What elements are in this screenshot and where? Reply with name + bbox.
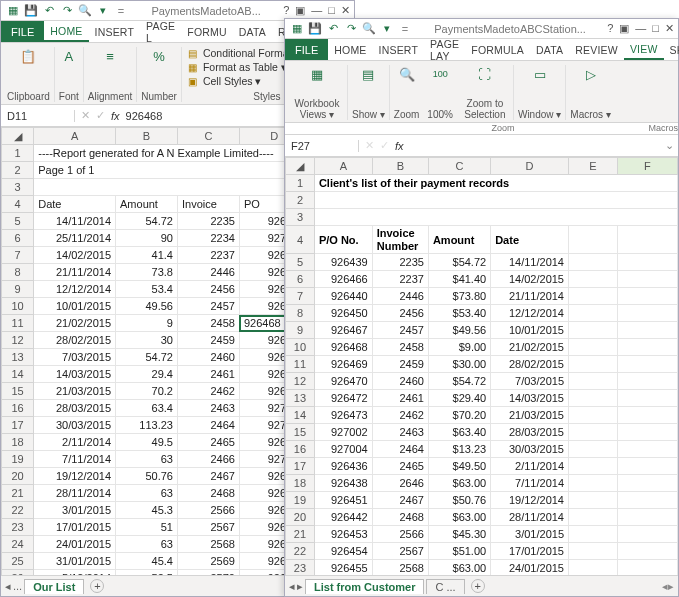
cell-po[interactable]: 926450 (314, 305, 372, 322)
views-icon[interactable]: ▦ (308, 65, 326, 83)
cell-amt[interactable]: $50.76 (428, 492, 490, 509)
col-B[interactable]: B (116, 128, 178, 145)
row-header[interactable]: 16 (2, 400, 34, 417)
cell-amount[interactable]: 63 (116, 485, 178, 502)
cell-amount[interactable]: 113.23 (116, 417, 178, 434)
cell-amt[interactable]: $45.30 (428, 526, 490, 543)
qat-more-icon[interactable]: ▾ (95, 3, 111, 19)
cell-amount[interactable]: 30 (116, 332, 178, 349)
sheet-tab-c[interactable]: C ... (426, 579, 464, 594)
row-header[interactable]: 19 (286, 492, 315, 509)
row-header[interactable]: 21 (286, 526, 315, 543)
row-header[interactable]: 7 (286, 288, 315, 305)
cell-amount[interactable]: 63 (116, 451, 178, 468)
row-header[interactable]: 8 (2, 264, 34, 281)
sheet-nav-more[interactable]: ... (13, 580, 22, 592)
hdr-amount[interactable]: Amount (428, 226, 490, 254)
hdr-po[interactable]: P/O No. (314, 226, 372, 254)
hdr-date[interactable]: Date (34, 196, 116, 213)
paste-icon[interactable]: 📋 (19, 47, 37, 65)
cell-invoice[interactable]: 2462 (177, 383, 239, 400)
row-header[interactable]: 15 (2, 383, 34, 400)
fx-icon[interactable]: fx (395, 140, 404, 152)
tab-home[interactable]: HOME (44, 21, 88, 42)
cell-amt[interactable]: $30.00 (428, 356, 490, 373)
cell-date[interactable]: 3/01/2015 (491, 526, 569, 543)
cell-amount[interactable]: 41.4 (116, 247, 178, 264)
cell-amount[interactable]: 63 (116, 536, 178, 553)
cell-amt[interactable]: $54.72 (428, 373, 490, 390)
cell-amount[interactable]: 29.4 (116, 366, 178, 383)
save-icon[interactable]: 💾 (307, 21, 323, 37)
cell-date[interactable]: 21/02/2015 (491, 339, 569, 356)
zoom-button[interactable]: 🔍 Zoom (390, 65, 424, 120)
zoom-selection-button[interactable]: ⛶ Zoom to Selection (457, 65, 514, 120)
cell-inv[interactable]: 2568 (372, 560, 428, 576)
cell-inv[interactable]: 2237 (372, 271, 428, 288)
hdr-invoice[interactable]: Invoice (177, 196, 239, 213)
row-header[interactable]: 20 (2, 468, 34, 485)
cell-po[interactable]: 926466 (314, 271, 372, 288)
row-header[interactable]: 10 (2, 298, 34, 315)
row-header[interactable]: 22 (286, 543, 315, 560)
cell-invoice[interactable]: 2466 (177, 451, 239, 468)
row-header[interactable]: 14 (2, 366, 34, 383)
cell-date[interactable]: 3/01/2015 (34, 502, 116, 519)
cell-amount[interactable]: 90 (116, 230, 178, 247)
minimize-icon[interactable]: — (311, 4, 322, 17)
cancel-icon[interactable]: ✕ (81, 109, 90, 122)
row-1[interactable]: 1 (2, 145, 34, 162)
cell-amt[interactable]: $63.40 (428, 424, 490, 441)
row-header[interactable]: 17 (2, 417, 34, 434)
tab-pagelayout[interactable]: PAGE LAY (424, 39, 465, 60)
cell-inv[interactable]: 2462 (372, 407, 428, 424)
cell-date[interactable]: 14/11/2014 (491, 254, 569, 271)
cell-amount[interactable]: 53.4 (116, 281, 178, 298)
cell-po[interactable]: 926472 (314, 390, 372, 407)
tab-formulas[interactable]: FORMULA (465, 39, 530, 60)
ribbon-options-icon[interactable]: ▣ (295, 4, 305, 17)
col-A[interactable]: A (34, 128, 116, 145)
cell-date[interactable]: 17/01/2015 (34, 519, 116, 536)
cell-date[interactable]: 7/03/2015 (34, 349, 116, 366)
select-all[interactable]: ◢ (286, 158, 315, 175)
cell-amount[interactable]: 49.56 (116, 298, 178, 315)
cell-date[interactable]: 7/11/2014 (491, 475, 569, 492)
cell-date[interactable]: 14/03/2015 (34, 366, 116, 383)
cell-inv[interactable]: 2457 (372, 322, 428, 339)
cell-invoice[interactable]: 2463 (177, 400, 239, 417)
redo-icon[interactable]: ↷ (59, 3, 75, 19)
maximize-icon[interactable]: □ (328, 4, 335, 17)
cell-po[interactable]: 926438 (314, 475, 372, 492)
hdr-invnum[interactable]: Invoice Number (372, 226, 428, 254)
maximize-icon[interactable]: □ (652, 22, 659, 35)
tab-file[interactable]: FILE (1, 21, 44, 42)
cell-inv[interactable]: 2567 (372, 543, 428, 560)
cell-date[interactable]: 14/11/2014 (34, 213, 116, 230)
cell-invoice[interactable]: 2459 (177, 332, 239, 349)
tab-pagelayout[interactable]: PAGE L (140, 21, 181, 42)
cell-date[interactable]: 14/02/2015 (34, 247, 116, 264)
cell-inv[interactable]: 2458 (372, 339, 428, 356)
cell-amt[interactable]: $73.80 (428, 288, 490, 305)
cell-date[interactable]: 14/03/2015 (491, 390, 569, 407)
row-header[interactable]: 18 (2, 434, 34, 451)
window-icon[interactable]: ▭ (531, 65, 549, 83)
cell-po[interactable]: 927002 (314, 424, 372, 441)
cancel-icon[interactable]: ✕ (365, 139, 374, 152)
row-header[interactable]: 25 (2, 553, 34, 570)
grid[interactable]: ◢ A B C D E F 1Client's list of their pa… (285, 157, 678, 575)
enter-icon[interactable]: ✓ (380, 139, 389, 152)
cell-inv[interactable]: 2467 (372, 492, 428, 509)
row-header[interactable]: 6 (2, 230, 34, 247)
row-header[interactable]: 10 (286, 339, 315, 356)
sheet-nav-next-icon[interactable]: ▸ (297, 580, 303, 593)
cell-date[interactable]: 2/11/2014 (491, 458, 569, 475)
save-icon[interactable]: 💾 (23, 3, 39, 19)
cell-po[interactable]: 926442 (314, 509, 372, 526)
cell-date[interactable]: 28/03/2015 (34, 400, 116, 417)
cell-date[interactable]: 7/11/2014 (34, 451, 116, 468)
row-header[interactable]: 6 (286, 271, 315, 288)
cell-date[interactable]: 21/11/2014 (34, 264, 116, 281)
tab-data[interactable]: DATA (233, 21, 272, 42)
